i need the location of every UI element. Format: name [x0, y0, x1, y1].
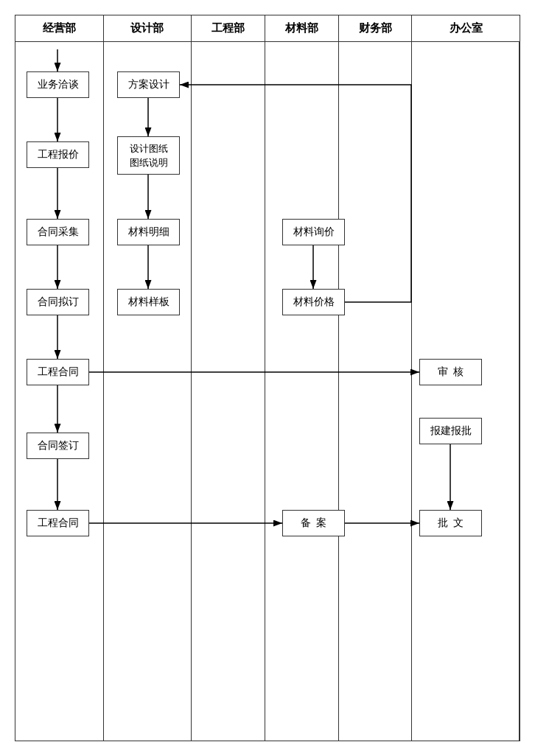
- box-cailiao-xunjia: 材料询价: [282, 219, 345, 245]
- lane-bangong: [412, 42, 520, 741]
- box-piwen: 批 文: [419, 510, 482, 536]
- box-hetong-qianding: 合同签订: [27, 433, 89, 459]
- col-header-sheji: 设计部: [104, 15, 192, 41]
- col-header-cailiao: 材料部: [265, 15, 339, 41]
- box-cailiao-jiage: 材料价格: [282, 289, 345, 315]
- box-baojia: 工程报价: [27, 141, 89, 168]
- box-cailiao-yangban: 材料样板: [117, 289, 180, 315]
- header-row: 经营部 设计部 工程部 材料部 财务部 办公室: [15, 15, 520, 42]
- box-beian: 备 案: [282, 510, 345, 536]
- lane-gongcheng: [192, 42, 265, 741]
- col-header-gongcheng: 工程部: [192, 15, 265, 41]
- box-shenhe: 审 核: [419, 359, 482, 385]
- flowchart-page: 经营部 设计部 工程部 材料部 财务部 办公室 业务洽谈 方案设计 工程报价 设…: [15, 15, 520, 741]
- box-cailiao-caiji: 合同采集: [27, 219, 89, 245]
- box-yewu: 业务洽谈: [27, 71, 89, 98]
- box-baojian: 报建报批: [419, 418, 482, 444]
- col-header-bangong: 办公室: [412, 15, 520, 41]
- col-header-jingying: 经营部: [15, 15, 104, 41]
- box-gongcheng-hetong2: 工程合同: [27, 510, 89, 536]
- box-fangan: 方案设计: [117, 71, 180, 98]
- box-cailiao-mingxi: 材料明细: [117, 219, 180, 245]
- body-area: 业务洽谈 方案设计 工程报价 设计图纸图纸说明 合同采集 材料明细 材料询价 合…: [15, 42, 520, 741]
- box-shejitu: 设计图纸图纸说明: [117, 136, 180, 175]
- lane-caiwu: [339, 42, 413, 741]
- box-gongcheng-hetong1: 工程合同: [27, 359, 89, 385]
- box-hetong-niding: 合同拟订: [27, 289, 89, 315]
- lane-cailiao: [265, 42, 339, 741]
- col-header-caiwu: 财务部: [339, 15, 413, 41]
